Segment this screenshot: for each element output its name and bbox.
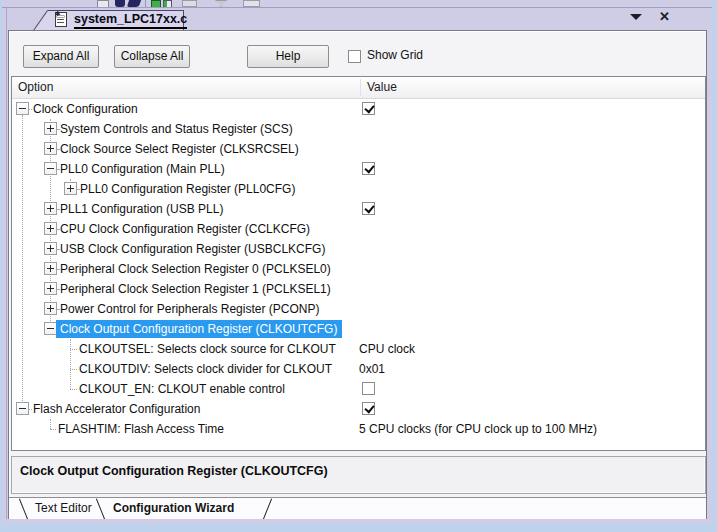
tree-item-label-selected[interactable]: Clock Output Configuration Register (CLK… [56,320,342,338]
expand-all-button[interactable]: Expand All [23,45,99,68]
tree-row[interactable]: Peripheral Clock Selection Register 0 (P… [12,259,705,279]
collapse-icon[interactable] [44,162,57,175]
tree-row[interactable]: Clock Output Configuration Register (CLK… [12,319,705,339]
collapse-icon[interactable] [16,402,29,415]
expand-icon[interactable] [44,142,57,155]
tree-row[interactable]: Power Control for Peripherals Register (… [12,299,705,319]
tree-item-label[interactable]: Clock Source Select Register (CLKSRCSEL) [60,139,299,159]
value-checkbox[interactable] [362,382,375,395]
tree-header: Option Value [12,77,705,99]
help-button[interactable]: Help [247,45,329,68]
tree-item-label[interactable]: CLKOUTDIV: Selects clock divider for CLK… [79,359,332,379]
expand-icon[interactable] [44,222,57,235]
outside-frame-right [712,0,717,532]
tree-row[interactable]: Flash Accelerator Configuration [12,399,705,419]
expand-icon[interactable] [44,282,57,295]
tree-row[interactable]: PLL0 Configuration (Main PLL) [12,159,705,179]
tree-item-label[interactable]: Peripheral Clock Selection Register 1 (P… [60,279,331,299]
tree-row[interactable]: PLL0 Configuration Register (PLL0CFG) [12,179,705,199]
tree-row[interactable]: FLASHTIM: Flash Access Time5 CPU clocks … [12,419,705,439]
document-icon [55,12,67,27]
close-document-icon[interactable]: ✕ [659,9,670,24]
toolbar-fragment-gray2-icon [243,0,260,7]
description-text: Clock Output Configuration Register (CLK… [20,464,328,478]
frame-line [6,8,7,519]
toolbar-fragment-find2-icon [127,0,141,7]
tree-item-label[interactable]: CLKOUTSEL: Selects clock source for CLKO… [79,339,336,359]
tree-row[interactable]: USB Clock Configuration Register (USBCLK… [12,239,705,259]
tree-row[interactable]: System Controls and Status Register (SCS… [12,119,705,139]
tree-item-label[interactable]: System Controls and Status Register (SCS… [60,119,293,139]
value-checkbox[interactable] [362,162,375,175]
tree-row[interactable]: Clock Source Select Register (CLKSRCSEL) [12,139,705,159]
value-checkbox[interactable] [362,402,375,415]
tree-item-label[interactable]: Peripheral Clock Selection Register 0 (P… [60,259,331,279]
expand-icon[interactable] [44,242,57,255]
tree-item-label[interactable]: CPU Clock Configuration Register (CCLKCF… [60,219,310,239]
tree-item-label[interactable]: Flash Accelerator Configuration [33,399,200,419]
tree-row[interactable]: PLL1 Configuration (USB PLL) [12,199,705,219]
tree-row[interactable]: Peripheral Clock Selection Register 1 (P… [12,279,705,299]
bottom-tab-strip: Text Editor Configuration Wizard [9,497,706,519]
collapse-all-button[interactable]: Collapse All [114,45,190,68]
toolbar-fragment-gray-icon [182,0,197,7]
description-panel: Clock Output Configuration Register (CLK… [11,456,706,494]
tree-row[interactable]: CLKOUTSEL: Selects clock source for CLKO… [12,339,705,359]
clipped-toolbar-strip [0,0,717,8]
value-checkbox[interactable] [362,202,375,215]
expand-icon[interactable] [44,262,57,275]
tree-row[interactable]: CPU Clock Configuration Register (CCLKCF… [12,219,705,239]
tree-item-label[interactable]: Power Control for Peripherals Register (… [60,299,319,319]
tree-item-label[interactable]: USB Clock Configuration Register (USBCLK… [60,239,325,259]
value-text[interactable]: CPU clock [359,339,415,359]
option-tree: Option Value Clock ConfigurationSystem C… [11,76,706,451]
tree-row[interactable]: Clock Configuration [12,99,705,119]
outside-frame-bottom [0,524,717,532]
toolbar-fragment-diamond-icon [215,0,227,7]
value-text[interactable]: 0x01 [359,359,385,379]
value-text[interactable]: 5 CPU clocks (for CPU clock up to 100 MH… [359,419,597,439]
configuration-wizard-window: system_LPC17xx.c ✕ Expand All Collapse A… [0,0,717,532]
tree-item-label[interactable]: Clock Configuration [33,99,138,119]
document-tab-title[interactable]: system_LPC17xx.c [74,12,187,29]
config-wizard-pane: Expand All Collapse All Help Show Grid O… [8,30,707,519]
tab-configuration-wizard[interactable]: Configuration Wizard [113,501,234,515]
collapse-icon[interactable] [16,102,29,115]
column-header-value[interactable]: Value [367,80,397,94]
toolbar-fragment-green-icon [151,0,161,8]
value-checkbox[interactable] [362,102,375,115]
expand-icon[interactable] [44,122,57,135]
toolbar-fragment-find-icon [115,0,125,7]
tree-row[interactable]: CLKOUT_EN: CLKOUT enable control [12,379,705,399]
document-tab-bar: system_LPC17xx.c ✕ [0,9,717,30]
tree-item-label[interactable]: PLL0 Configuration Register (PLL0CFG) [80,179,295,199]
tree-item-label[interactable]: CLKOUT_EN: CLKOUT enable control [79,379,285,399]
tree-item-label[interactable]: PLL1 Configuration (USB PLL) [60,199,223,219]
column-separator [360,79,361,96]
show-grid-checkbox[interactable] [348,50,361,63]
tab-list-dropdown-icon[interactable] [630,14,642,20]
tree-item-label[interactable]: FLASHTIM: Flash Access Time [58,419,224,439]
tree-row[interactable]: CLKOUTDIV: Selects clock divider for CLK… [12,359,705,379]
expand-icon[interactable] [44,202,57,215]
tab-text-editor[interactable]: Text Editor [35,501,92,515]
column-header-option[interactable]: Option [18,80,53,94]
toolbar-fragment-green2-icon [163,0,172,8]
toolbar-fragment-box-icon [97,0,109,8]
tree-item-label[interactable]: PLL0 Configuration (Main PLL) [60,159,225,179]
expand-icon[interactable] [44,302,57,315]
expand-icon[interactable] [64,182,77,195]
toolbar-separator [145,0,146,8]
show-grid-label: Show Grid [367,48,423,62]
outside-frame-left [0,0,2,532]
